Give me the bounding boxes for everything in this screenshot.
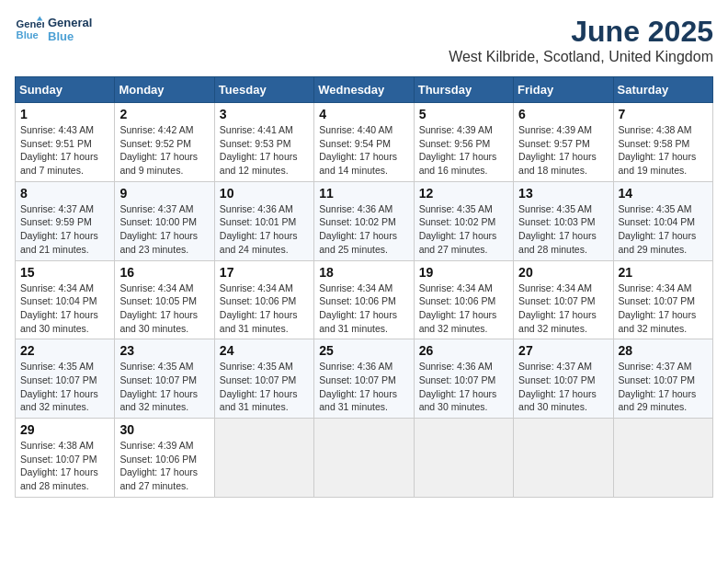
day-detail: Sunrise: 4:38 AMSunset: 10:07 PMDaylight… — [20, 439, 109, 493]
day-cell: 28Sunrise: 4:37 AMSunset: 10:07 PMDaylig… — [613, 339, 712, 419]
day-detail: Sunrise: 4:36 AMSunset: 10:07 PMDaylight… — [419, 360, 508, 414]
day-detail: Sunrise: 4:36 AMSunset: 10:02 PMDaylight… — [319, 202, 408, 257]
week-row-4: 22Sunrise: 4:35 AMSunset: 10:07 PMDaylig… — [16, 339, 713, 419]
day-number: 22 — [20, 343, 109, 358]
day-number: 3 — [220, 107, 309, 121]
day-cell: 25Sunrise: 4:36 AMSunset: 10:07 PMDaylig… — [314, 339, 414, 419]
day-detail: Sunrise: 4:35 AMSunset: 10:07 PMDaylight… — [20, 360, 109, 414]
day-detail: Sunrise: 4:35 AMSunset: 10:07 PMDaylight… — [119, 360, 209, 414]
day-number: 4 — [319, 107, 408, 121]
header-monday: Monday — [115, 77, 214, 103]
day-detail: Sunrise: 4:34 AMSunset: 10:05 PMDaylight… — [119, 282, 209, 336]
week-row-1: 1Sunrise: 4:43 AMSunset: 9:51 PMDaylight… — [16, 103, 713, 182]
day-number: 26 — [419, 343, 508, 358]
day-cell: 6Sunrise: 4:39 AMSunset: 9:57 PMDaylight… — [514, 103, 613, 182]
day-detail: Sunrise: 4:34 AMSunset: 10:07 PMDaylight… — [518, 282, 608, 336]
day-cell: 29Sunrise: 4:38 AMSunset: 10:07 PMDaylig… — [16, 419, 115, 498]
day-detail: Sunrise: 4:36 AMSunset: 10:07 PMDaylight… — [319, 360, 408, 414]
day-cell: 10Sunrise: 4:36 AMSunset: 10:01 PMDaylig… — [214, 181, 313, 260]
day-number: 18 — [319, 265, 408, 280]
day-cell: 21Sunrise: 4:34 AMSunset: 10:07 PMDaylig… — [613, 260, 712, 339]
day-cell: 8Sunrise: 4:37 AMSunset: 9:59 PMDaylight… — [16, 181, 115, 260]
day-number: 25 — [319, 343, 408, 358]
day-cell: 2Sunrise: 4:42 AMSunset: 9:52 PMDaylight… — [115, 103, 214, 182]
logo-line2: Blue — [48, 29, 92, 43]
day-cell: 12Sunrise: 4:35 AMSunset: 10:02 PMDaylig… — [414, 181, 513, 260]
header-sunday: Sunday — [16, 77, 115, 103]
day-detail: Sunrise: 4:43 AMSunset: 9:51 PMDaylight:… — [20, 123, 109, 178]
day-number: 10 — [220, 186, 309, 201]
day-detail: Sunrise: 4:37 AMSunset: 10:07 PMDaylight… — [619, 360, 708, 414]
header-tuesday: Tuesday — [214, 77, 313, 103]
title-block: June 2025 West Kilbride, Scotland, Unite… — [449, 15, 713, 65]
day-cell: 18Sunrise: 4:34 AMSunset: 10:06 PMDaylig… — [314, 260, 414, 339]
day-detail: Sunrise: 4:42 AMSunset: 9:52 PMDaylight:… — [119, 123, 209, 178]
day-detail: Sunrise: 4:39 AMSunset: 10:06 PMDaylight… — [119, 439, 209, 493]
day-cell: 4Sunrise: 4:40 AMSunset: 9:54 PMDaylight… — [314, 103, 414, 182]
day-detail: Sunrise: 4:34 AMSunset: 10:06 PMDaylight… — [319, 282, 408, 336]
day-number: 30 — [119, 422, 209, 437]
logo-icon: General Blue — [15, 15, 44, 44]
day-number: 6 — [518, 107, 608, 121]
day-detail: Sunrise: 4:41 AMSunset: 9:53 PMDaylight:… — [220, 123, 309, 178]
day-detail: Sunrise: 4:37 AMSunset: 10:07 PMDaylight… — [518, 360, 608, 414]
day-detail: Sunrise: 4:34 AMSunset: 10:07 PMDaylight… — [619, 282, 708, 336]
day-detail: Sunrise: 4:35 AMSunset: 10:02 PMDaylight… — [419, 202, 508, 257]
day-number: 9 — [119, 186, 209, 201]
day-cell: 24Sunrise: 4:35 AMSunset: 10:07 PMDaylig… — [214, 339, 313, 419]
main-title: June 2025 — [449, 15, 713, 49]
day-cell — [214, 419, 313, 498]
day-number: 5 — [419, 107, 508, 121]
day-cell: 19Sunrise: 4:34 AMSunset: 10:06 PMDaylig… — [414, 260, 513, 339]
calendar-header-row: SundayMondayTuesdayWednesdayThursdayFrid… — [16, 77, 713, 103]
week-row-5: 29Sunrise: 4:38 AMSunset: 10:07 PMDaylig… — [16, 419, 713, 498]
header-wednesday: Wednesday — [314, 77, 414, 103]
day-number: 8 — [20, 186, 109, 201]
day-number: 17 — [220, 265, 309, 280]
day-number: 11 — [319, 186, 408, 201]
header-thursday: Thursday — [414, 77, 513, 103]
subtitle: West Kilbride, Scotland, United Kingdom — [449, 49, 713, 65]
day-number: 21 — [619, 265, 708, 280]
day-number: 2 — [119, 107, 209, 121]
day-detail: Sunrise: 4:35 AMSunset: 10:07 PMDaylight… — [220, 360, 309, 414]
day-detail: Sunrise: 4:34 AMSunset: 10:06 PMDaylight… — [220, 282, 309, 336]
day-cell: 9Sunrise: 4:37 AMSunset: 10:00 PMDayligh… — [115, 181, 214, 260]
page-header: General Blue General Blue June 2025 West… — [15, 15, 713, 65]
day-cell: 30Sunrise: 4:39 AMSunset: 10:06 PMDaylig… — [115, 419, 214, 498]
day-detail: Sunrise: 4:35 AMSunset: 10:04 PMDaylight… — [619, 202, 708, 257]
day-detail: Sunrise: 4:37 AMSunset: 9:59 PMDaylight:… — [20, 202, 109, 257]
day-cell: 13Sunrise: 4:35 AMSunset: 10:03 PMDaylig… — [514, 181, 613, 260]
day-cell: 15Sunrise: 4:34 AMSunset: 10:04 PMDaylig… — [16, 260, 115, 339]
day-detail: Sunrise: 4:39 AMSunset: 9:57 PMDaylight:… — [518, 123, 608, 178]
day-detail: Sunrise: 4:36 AMSunset: 10:01 PMDaylight… — [220, 202, 309, 257]
day-cell: 1Sunrise: 4:43 AMSunset: 9:51 PMDaylight… — [16, 103, 115, 182]
header-saturday: Saturday — [613, 77, 712, 103]
day-cell: 27Sunrise: 4:37 AMSunset: 10:07 PMDaylig… — [514, 339, 613, 419]
day-number: 1 — [20, 107, 109, 121]
day-number: 23 — [119, 343, 209, 358]
day-number: 13 — [518, 186, 608, 201]
day-number: 12 — [419, 186, 508, 201]
day-detail: Sunrise: 4:34 AMSunset: 10:06 PMDaylight… — [419, 282, 508, 336]
day-number: 29 — [20, 422, 109, 437]
day-number: 14 — [619, 186, 708, 201]
day-cell: 14Sunrise: 4:35 AMSunset: 10:04 PMDaylig… — [613, 181, 712, 260]
day-number: 7 — [619, 107, 708, 121]
logo-line1: General — [48, 16, 92, 29]
day-detail: Sunrise: 4:34 AMSunset: 10:04 PMDaylight… — [20, 282, 109, 336]
day-detail: Sunrise: 4:39 AMSunset: 9:56 PMDaylight:… — [419, 123, 508, 178]
day-cell: 16Sunrise: 4:34 AMSunset: 10:05 PMDaylig… — [115, 260, 214, 339]
day-cell: 23Sunrise: 4:35 AMSunset: 10:07 PMDaylig… — [115, 339, 214, 419]
day-cell: 22Sunrise: 4:35 AMSunset: 10:07 PMDaylig… — [16, 339, 115, 419]
calendar-table: SundayMondayTuesdayWednesdayThursdayFrid… — [15, 76, 713, 498]
day-cell: 7Sunrise: 4:38 AMSunset: 9:58 PMDaylight… — [613, 103, 712, 182]
week-row-3: 15Sunrise: 4:34 AMSunset: 10:04 PMDaylig… — [16, 260, 713, 339]
day-cell — [613, 419, 712, 498]
svg-text:Blue: Blue — [17, 29, 39, 40]
week-row-2: 8Sunrise: 4:37 AMSunset: 9:59 PMDaylight… — [16, 181, 713, 260]
day-cell: 11Sunrise: 4:36 AMSunset: 10:02 PMDaylig… — [314, 181, 414, 260]
day-number: 20 — [518, 265, 608, 280]
day-detail: Sunrise: 4:40 AMSunset: 9:54 PMDaylight:… — [319, 123, 408, 178]
day-cell — [314, 419, 414, 498]
